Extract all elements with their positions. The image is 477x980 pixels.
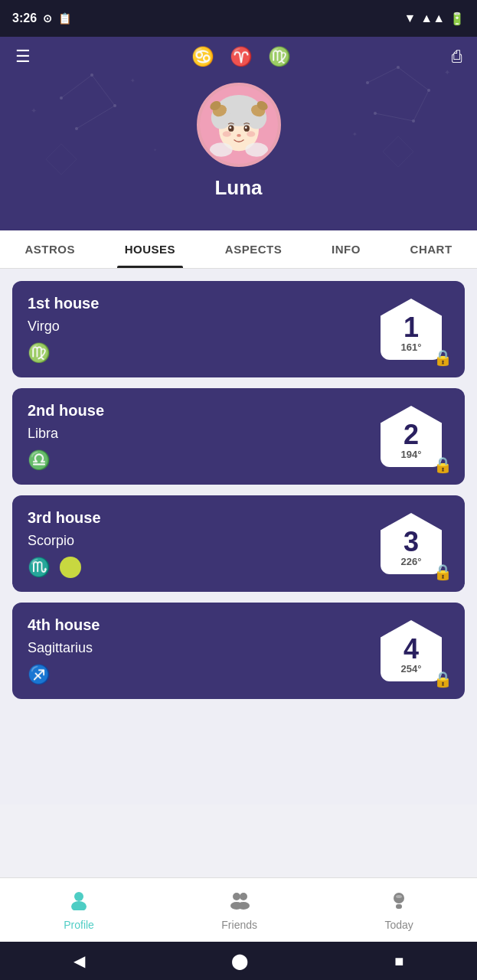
house-badge-3: 3 226° bbox=[381, 513, 442, 574]
planet-dot-3 bbox=[60, 557, 81, 578]
svg-point-34 bbox=[229, 126, 231, 129]
recent-button[interactable]: ■ bbox=[394, 952, 403, 970]
nav-label-profile: Profile bbox=[64, 919, 94, 931]
svg-rect-49 bbox=[396, 904, 402, 909]
nav-item-profile[interactable]: Profile bbox=[48, 886, 109, 934]
house-info-4: 4th house Sagittarius ♐ bbox=[28, 616, 381, 685]
lock-icon-4: 🔒 bbox=[433, 670, 452, 688]
svg-point-35 bbox=[244, 126, 247, 129]
svg-point-44 bbox=[240, 893, 247, 900]
house-sign-1: Virgo bbox=[28, 318, 381, 335]
status-bar: 3:26 ⊙ 📋 ▼ ▲▲ 🔋 bbox=[0, 0, 477, 37]
today-nav-icon bbox=[388, 889, 410, 916]
zodiac-virgo: ♍ bbox=[268, 46, 291, 67]
house-symbol-3: ♏ bbox=[28, 557, 51, 578]
nav-item-today[interactable]: Today bbox=[369, 886, 428, 934]
house-sign-4: Sagittarius bbox=[28, 640, 381, 656]
house-title-2: 2nd house bbox=[28, 402, 381, 420]
svg-point-43 bbox=[233, 893, 240, 900]
house-badge-1: 1 161° bbox=[381, 299, 442, 360]
house-symbol-4: ♐ bbox=[28, 664, 51, 685]
avatar[interactable] bbox=[197, 83, 281, 167]
zodiac-aries: ♈ bbox=[230, 46, 253, 67]
house-number-4: 4 bbox=[403, 635, 419, 663]
avatar-container: Luna bbox=[15, 83, 462, 200]
house-card-1[interactable]: 1st house Virgo ♍ 1 161° 🔒 bbox=[12, 281, 465, 377]
profile-nav-icon bbox=[68, 889, 90, 916]
signal-icon: ▲▲ bbox=[420, 11, 445, 25]
house-symbols-3: ♏ bbox=[28, 557, 381, 578]
house-sign-3: Scorpio bbox=[28, 533, 381, 549]
header: ✦ ✦ ✦ ✦ ✦ ☰ ♋ ♈ ♍ ⎙ bbox=[0, 37, 477, 230]
tab-astros[interactable]: ASTROS bbox=[17, 230, 83, 268]
svg-point-41 bbox=[74, 892, 83, 901]
status-time: 3:26 bbox=[12, 11, 37, 25]
house-title-1: 1st house bbox=[28, 295, 381, 312]
zodiac-signs: ♋ ♈ ♍ bbox=[191, 46, 291, 67]
svg-point-36 bbox=[222, 131, 230, 136]
house-card-2[interactable]: 2nd house Libra ♎ 2 194° 🔒 bbox=[12, 388, 465, 485]
notification-icon: ⊙ bbox=[43, 12, 52, 24]
lock-icon-3: 🔒 bbox=[433, 563, 452, 581]
house-badge-container-3: 3 226° bbox=[381, 513, 442, 574]
house-title-3: 3rd house bbox=[28, 509, 381, 527]
nav-label-friends: Friends bbox=[221, 919, 257, 931]
nav-item-friends[interactable]: Friends bbox=[206, 886, 273, 934]
house-badge-4: 4 254° bbox=[381, 620, 442, 681]
share-icon[interactable]: ⎙ bbox=[452, 47, 462, 67]
house-card-3[interactable]: 3rd house Scorpio ♏ 3 226° 🔒 bbox=[12, 495, 465, 592]
svg-point-38 bbox=[237, 134, 241, 137]
house-number-2: 2 bbox=[403, 421, 419, 449]
svg-point-40 bbox=[245, 142, 268, 157]
lock-icon-2: 🔒 bbox=[433, 456, 452, 474]
house-card-4[interactable]: 4th house Sagittarius ♐ 4 254° 🔒 bbox=[12, 603, 465, 699]
battery-icon: 🔋 bbox=[449, 11, 465, 26]
back-button[interactable]: ◀ bbox=[74, 952, 85, 970]
tab-houses[interactable]: HOUSES bbox=[117, 230, 183, 268]
house-degrees-2: 194° bbox=[401, 449, 422, 460]
house-number-1: 1 bbox=[403, 314, 419, 341]
svg-line-12 bbox=[368, 67, 398, 83]
status-right: ▼ ▲▲ 🔋 bbox=[403, 11, 465, 26]
avatar-image bbox=[200, 86, 278, 164]
svg-point-37 bbox=[247, 131, 255, 136]
tab-aspects[interactable]: ASPECTS bbox=[217, 230, 289, 268]
house-symbol-1: ♍ bbox=[28, 342, 51, 364]
svg-point-39 bbox=[209, 142, 232, 157]
house-symbols-4: ♐ bbox=[28, 664, 381, 685]
nav-label-today: Today bbox=[384, 919, 413, 931]
tab-info[interactable]: INFO bbox=[324, 230, 368, 268]
tabs-container: ASTROS HOUSES ASPECTS INFO CHART bbox=[0, 230, 477, 269]
house-symbols-1: ♍ bbox=[28, 342, 381, 364]
system-nav: ◀ ⬤ ■ bbox=[0, 942, 477, 980]
house-info-2: 2nd house Libra ♎ bbox=[28, 402, 381, 471]
home-button[interactable]: ⬤ bbox=[231, 952, 248, 970]
bottom-nav: Profile Friends Today bbox=[0, 877, 477, 942]
house-badge-2: 2 194° bbox=[381, 406, 442, 467]
clipboard-icon: 📋 bbox=[58, 12, 71, 24]
menu-icon[interactable]: ☰ bbox=[15, 47, 31, 67]
wifi-icon: ▼ bbox=[403, 11, 416, 25]
house-badge-container-4: 4 254° bbox=[381, 620, 442, 681]
house-degrees-1: 161° bbox=[401, 341, 422, 353]
house-title-4: 4th house bbox=[28, 616, 381, 634]
house-badge-container-1: 1 161° bbox=[381, 299, 442, 360]
house-degrees-4: 254° bbox=[401, 663, 422, 675]
profile-name: Luna bbox=[214, 176, 262, 200]
lock-icon-1: 🔒 bbox=[433, 348, 452, 367]
svg-point-1 bbox=[90, 74, 93, 77]
svg-point-42 bbox=[71, 901, 87, 910]
house-number-3: 3 bbox=[403, 528, 419, 556]
house-symbol-2: ♎ bbox=[28, 449, 51, 471]
house-symbols-2: ♎ bbox=[28, 449, 381, 471]
friends-nav-icon bbox=[229, 889, 250, 916]
house-info-3: 3rd house Scorpio ♏ bbox=[28, 509, 381, 578]
house-badge-container-2: 2 194° bbox=[381, 406, 442, 467]
house-degrees-3: 226° bbox=[401, 556, 422, 567]
svg-point-46 bbox=[237, 902, 250, 910]
zodiac-cancer: ♋ bbox=[191, 46, 214, 67]
tab-chart[interactable]: CHART bbox=[403, 230, 460, 268]
house-sign-2: Libra bbox=[28, 426, 381, 442]
svg-text:✦: ✦ bbox=[444, 68, 450, 77]
status-left: 3:26 ⊙ 📋 bbox=[12, 11, 71, 25]
